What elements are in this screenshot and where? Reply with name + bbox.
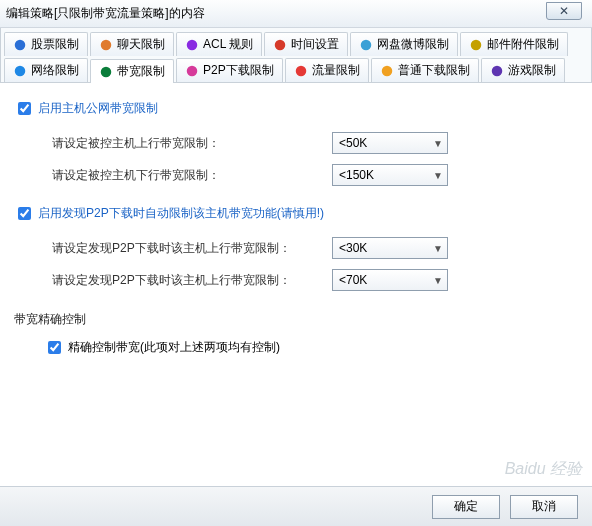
p2p-up-label: 请设定发现P2P下载时该主机上行带宽限制： (52, 240, 332, 257)
precise-section-title: 带宽精确控制 (14, 311, 578, 328)
p2p-up-select[interactable]: <30K ▼ (332, 237, 448, 259)
tab-P2P下载限制[interactable]: P2P下载限制 (176, 58, 283, 82)
svg-point-4 (361, 39, 372, 50)
tab-icon (490, 64, 504, 78)
svg-point-8 (187, 65, 198, 76)
tab-label: 网络限制 (31, 62, 79, 79)
watermark: Baidu 经验 (505, 459, 582, 480)
p2p-down-row: 请设定发现P2P下载时该主机上行带宽限制： <70K ▼ (52, 269, 578, 291)
wan-up-row: 请设定被控主机上行带宽限制： <50K ▼ (52, 132, 578, 154)
p2p-group: 启用发现P2P下载时自动限制该主机带宽功能(请慎用!) 请设定发现P2P下载时该… (14, 204, 578, 291)
svg-point-1 (101, 39, 112, 50)
svg-point-3 (275, 39, 286, 50)
svg-point-9 (295, 65, 306, 76)
svg-point-2 (187, 39, 198, 50)
tab-icon (185, 38, 199, 52)
ok-button[interactable]: 确定 (432, 495, 500, 519)
p2p-enable-label: 启用发现P2P下载时自动限制该主机带宽功能(请慎用!) (38, 205, 324, 222)
svg-point-7 (101, 66, 112, 77)
p2p-enable-row: 启用发现P2P下载时自动限制该主机带宽功能(请慎用!) (14, 204, 578, 223)
tab-label: ACL 规则 (203, 36, 253, 53)
p2p-down-label: 请设定发现P2P下载时该主机上行带宽限制： (52, 272, 332, 289)
p2p-down-value: <70K (339, 273, 367, 287)
svg-point-11 (491, 65, 502, 76)
dialog-title: 编辑策略[只限制带宽流量策略]的内容 (6, 5, 205, 22)
chevron-down-icon: ▼ (433, 170, 443, 181)
tab-股票限制[interactable]: 股票限制 (4, 32, 88, 56)
svg-point-6 (15, 65, 26, 76)
p2p-down-select[interactable]: <70K ▼ (332, 269, 448, 291)
wan-up-value: <50K (339, 136, 367, 150)
svg-point-10 (381, 65, 392, 76)
tab-普通下载限制[interactable]: 普通下载限制 (371, 58, 479, 82)
wan-enable-checkbox[interactable] (18, 102, 31, 115)
tab-label: 时间设置 (291, 36, 339, 53)
tab-label: 流量限制 (312, 62, 360, 79)
p2p-enable-checkbox[interactable] (18, 207, 31, 220)
wan-down-select[interactable]: <150K ▼ (332, 164, 448, 186)
wan-down-row: 请设定被控主机下行带宽限制： <150K ▼ (52, 164, 578, 186)
dialog-window: 编辑策略[只限制带宽流量策略]的内容 ✕ 股票限制聊天限制ACL 规则时间设置网… (0, 0, 592, 526)
tab-label: 游戏限制 (508, 62, 556, 79)
tab-icon (273, 38, 287, 52)
wan-group: 启用主机公网带宽限制 请设定被控主机上行带宽限制： <50K ▼ 请设定被控主机… (14, 99, 578, 186)
dialog-footer: 确定 取消 (0, 486, 592, 526)
tab-聊天限制[interactable]: 聊天限制 (90, 32, 174, 56)
tab-邮件附件限制[interactable]: 邮件附件限制 (460, 32, 568, 56)
wan-enable-label: 启用主机公网带宽限制 (38, 100, 158, 117)
wan-enable-row: 启用主机公网带宽限制 (14, 99, 578, 118)
cancel-button[interactable]: 取消 (510, 495, 578, 519)
tab-label: P2P下载限制 (203, 62, 274, 79)
chevron-down-icon: ▼ (433, 275, 443, 286)
tab-带宽限制[interactable]: 带宽限制 (90, 59, 174, 83)
precise-label: 精确控制带宽(此项对上述两项均有控制) (68, 339, 280, 356)
wan-down-value: <150K (339, 168, 374, 182)
tab-icon (469, 38, 483, 52)
tab-icon (99, 38, 113, 52)
close-button[interactable]: ✕ (546, 2, 582, 20)
precise-row: 精确控制带宽(此项对上述两项均有控制) (44, 338, 578, 357)
svg-point-5 (471, 39, 482, 50)
tab-icon (185, 64, 199, 78)
p2p-up-value: <30K (339, 241, 367, 255)
tab-icon (13, 64, 27, 78)
tab-icon (13, 38, 27, 52)
tab-icon (294, 64, 308, 78)
tab-icon (99, 65, 113, 79)
tab-label: 网盘微博限制 (377, 36, 449, 53)
tab-流量限制[interactable]: 流量限制 (285, 58, 369, 82)
tab-时间设置[interactable]: 时间设置 (264, 32, 348, 56)
tab-网盘微博限制[interactable]: 网盘微博限制 (350, 32, 458, 56)
wan-down-label: 请设定被控主机下行带宽限制： (52, 167, 332, 184)
wan-up-select[interactable]: <50K ▼ (332, 132, 448, 154)
close-icon: ✕ (559, 4, 569, 18)
chevron-down-icon: ▼ (433, 243, 443, 254)
wan-up-label: 请设定被控主机上行带宽限制： (52, 135, 332, 152)
tab-ACL 规则[interactable]: ACL 规则 (176, 32, 262, 56)
tab-label: 邮件附件限制 (487, 36, 559, 53)
title-bar: 编辑策略[只限制带宽流量策略]的内容 ✕ (0, 0, 592, 28)
tab-strip: 股票限制聊天限制ACL 规则时间设置网盘微博限制邮件附件限制网络限制带宽限制P2… (0, 28, 592, 83)
chevron-down-icon: ▼ (433, 138, 443, 149)
tab-icon (380, 64, 394, 78)
tab-panel-bandwidth: 启用主机公网带宽限制 请设定被控主机上行带宽限制： <50K ▼ 请设定被控主机… (0, 83, 592, 385)
tab-游戏限制[interactable]: 游戏限制 (481, 58, 565, 82)
svg-point-0 (15, 39, 26, 50)
tab-label: 股票限制 (31, 36, 79, 53)
precise-checkbox[interactable] (48, 341, 61, 354)
p2p-up-row: 请设定发现P2P下载时该主机上行带宽限制： <30K ▼ (52, 237, 578, 259)
tab-label: 聊天限制 (117, 36, 165, 53)
tab-label: 带宽限制 (117, 63, 165, 80)
tab-网络限制[interactable]: 网络限制 (4, 58, 88, 82)
tab-label: 普通下载限制 (398, 62, 470, 79)
tab-icon (359, 38, 373, 52)
